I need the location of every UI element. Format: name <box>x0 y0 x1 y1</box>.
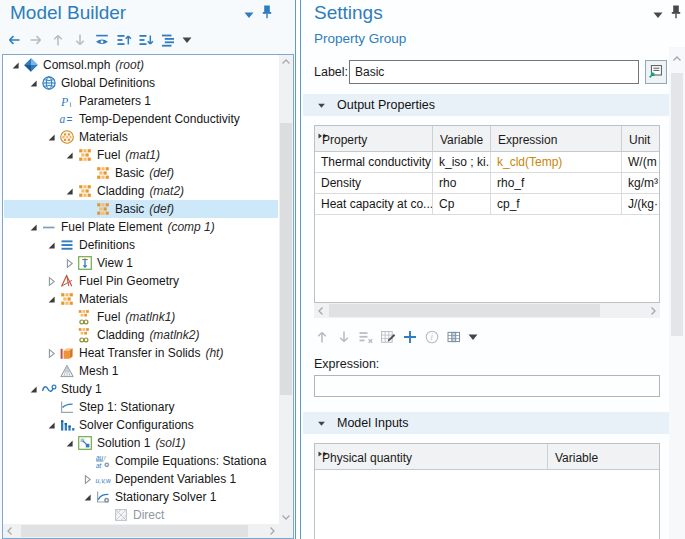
section-model-inputs[interactable]: Model Inputs <box>303 412 669 434</box>
info-button[interactable]: i <box>421 327 443 347</box>
scrollbar-thumb[interactable] <box>329 304 600 317</box>
add-button[interactable] <box>399 327 421 347</box>
node-text-button[interactable] <box>157 30 179 50</box>
tree-item-comsol-mph[interactable]: Comsol.mph(root) <box>4 56 278 74</box>
scrollbar-thumb[interactable] <box>21 525 248 537</box>
window-menu-caret-icon[interactable] <box>652 9 664 21</box>
scroll-up-arrow-icon[interactable] <box>670 52 684 66</box>
tree-item-dependent-variables-1[interactable]: u,v,wDependent Variables 1 <box>4 470 278 488</box>
table-row[interactable]: Thermal conductivityk_iso ; ki...k_cld(T… <box>315 152 659 173</box>
insert-column-button[interactable] <box>443 327 465 347</box>
cell-expression[interactable]: rho_f <box>491 173 622 193</box>
expand-all-button[interactable] <box>135 30 157 50</box>
expander-open-icon[interactable] <box>46 419 59 431</box>
section-collapse-icon[interactable] <box>317 101 326 110</box>
cell-unit[interactable]: kg/m³ <box>622 173 660 193</box>
label-input[interactable] <box>349 60 639 84</box>
expander-open-icon[interactable] <box>82 491 95 503</box>
tree-item-fuel[interactable]: Fuel(matlnk1) <box>4 308 278 326</box>
tree-item-fuel[interactable]: Fuel(mat1) <box>4 146 278 164</box>
cell-property[interactable]: Density <box>315 173 433 193</box>
expander-closed-icon[interactable] <box>64 257 77 269</box>
tree-item-basic[interactable]: Basic(def) <box>4 200 278 218</box>
table-row[interactable]: Densityrhorho_fkg/m³ <box>315 173 659 194</box>
tree-item-mesh-1[interactable]: Mesh 1 <box>4 362 278 380</box>
tree-item-temp-dependent-conductivity[interactable]: a=Temp-Dependent Conductivity <box>4 110 278 128</box>
section-output-properties[interactable]: Output Properties <box>303 94 669 116</box>
scrollbar-thumb[interactable] <box>671 73 683 336</box>
expander-open-icon[interactable] <box>10 59 23 71</box>
expression-input[interactable] <box>314 375 660 397</box>
scrollbar-thumb[interactable] <box>280 123 292 395</box>
scroll-left-arrow-icon[interactable] <box>314 303 328 318</box>
expander-closed-icon[interactable] <box>46 275 59 287</box>
edit-button[interactable] <box>377 327 399 347</box>
cell-property[interactable]: Thermal conductivity <box>315 152 433 172</box>
cell-property[interactable]: Heat capacity at co... <box>315 194 433 214</box>
move-up-button[interactable] <box>47 30 69 50</box>
scroll-down-arrow-icon[interactable] <box>279 510 293 524</box>
rename-button[interactable] <box>645 60 667 84</box>
expander-open-icon[interactable] <box>28 383 41 395</box>
expander-open-icon[interactable] <box>64 149 77 161</box>
expander-open-icon[interactable] <box>64 437 77 449</box>
move-up-button[interactable] <box>311 327 333 347</box>
tree-item-fuel-pin-geometry[interactable]: Fuel Pin Geometry <box>4 272 278 290</box>
scroll-left-arrow-icon[interactable] <box>3 524 17 538</box>
expander-open-icon[interactable] <box>46 293 59 305</box>
back-button[interactable] <box>3 30 25 50</box>
pin-icon[interactable] <box>260 4 274 20</box>
window-menu-caret-icon[interactable] <box>243 9 255 21</box>
tree-item-step-1-stationary[interactable]: Step 1: Stationary <box>4 398 278 416</box>
cell-variable[interactable]: Cp <box>433 194 491 214</box>
insert-column-menu[interactable] <box>465 327 480 347</box>
show-button[interactable] <box>91 30 113 50</box>
tree-item-fuel-plate-element[interactable]: Fuel Plate Element(comp 1) <box>4 218 278 236</box>
expander-closed-icon[interactable] <box>46 347 59 359</box>
delete-button[interactable] <box>355 327 377 347</box>
cell-unit[interactable]: J/(kg· <box>622 194 660 214</box>
expander-closed-icon[interactable] <box>82 473 95 485</box>
expander-open-icon[interactable] <box>28 221 41 233</box>
tree-item-basic[interactable]: Basic(def) <box>4 164 278 182</box>
table-horizontal-scrollbar[interactable] <box>314 303 660 318</box>
tree-item-definitions[interactable]: Definitions <box>4 236 278 254</box>
scroll-right-arrow-icon[interactable] <box>646 303 660 318</box>
section-collapse-icon[interactable] <box>317 419 326 428</box>
move-down-button[interactable] <box>69 30 91 50</box>
cell-expression[interactable]: k_cld(Temp) <box>491 152 622 172</box>
tree-item-solver-configurations[interactable]: Solver Configurations <box>4 416 278 434</box>
tree-item-study-1[interactable]: Study 1 <box>4 380 278 398</box>
tree-vertical-scrollbar[interactable] <box>279 55 293 524</box>
tree-item-stationary-solver-1[interactable]: Stationary Solver 1 <box>4 488 278 506</box>
expander-open-icon[interactable] <box>28 77 41 89</box>
tree-item-cladding[interactable]: Cladding(mat2) <box>4 182 278 200</box>
table-row[interactable]: Heat capacity at co...Cpcp_fJ/(kg· <box>315 194 659 215</box>
tree-item-global-definitions[interactable]: Global Definitions <box>4 74 278 92</box>
tree-horizontal-scrollbar[interactable] <box>3 524 279 538</box>
tree-item-materials[interactable]: Materials <box>4 128 278 146</box>
tree-item-heat-transfer-in-solids[interactable]: Heat Transfer in Solids(ht) <box>4 344 278 362</box>
cell-variable[interactable]: rho <box>433 173 491 193</box>
forward-button[interactable] <box>25 30 47 50</box>
expander-open-icon[interactable] <box>46 131 59 143</box>
scroll-up-arrow-icon[interactable] <box>279 55 293 69</box>
cell-variable[interactable]: k_iso ; ki... <box>433 152 491 172</box>
tree-item-materials[interactable]: Materials <box>4 290 278 308</box>
expander-open-icon[interactable] <box>64 185 77 197</box>
tree-item-solution-1[interactable]: Solution 1(sol1) <box>4 434 278 452</box>
cell-unit[interactable]: W/(m <box>622 152 660 172</box>
collapse-all-button[interactable] <box>113 30 135 50</box>
expander-open-icon[interactable] <box>46 239 59 251</box>
settings-vertical-scrollbar[interactable] <box>669 47 685 539</box>
tree-item-parameters-1[interactable]: PiParameters 1 <box>4 92 278 110</box>
tree-item-compile-equations-stationa[interactable]: auatfCompile Equations: Stationa <box>4 452 278 470</box>
pin-icon[interactable] <box>669 4 683 20</box>
toolbar-menu-button[interactable] <box>179 30 194 50</box>
tree-item-view-1[interactable]: View 1 <box>4 254 278 272</box>
move-down-button[interactable] <box>333 327 355 347</box>
scroll-right-arrow-icon[interactable] <box>265 524 279 538</box>
cell-expression[interactable]: cp_f <box>491 194 622 214</box>
tree-item-direct[interactable]: Direct <box>4 506 278 523</box>
tree-item-cladding[interactable]: Cladding(matlnk2) <box>4 326 278 344</box>
